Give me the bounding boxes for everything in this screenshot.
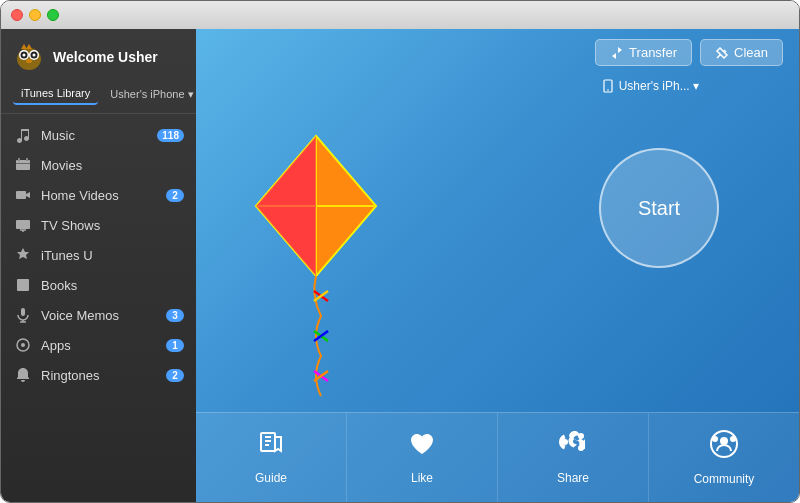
svg-marker-37 [256, 136, 316, 206]
svg-marker-15 [26, 192, 30, 198]
sidebar-item-movies[interactable]: Movies [1, 150, 196, 180]
svg-rect-10 [16, 160, 30, 170]
sidebar-item-apps[interactable]: Apps 1 [1, 330, 196, 360]
community-item[interactable]: Community [649, 413, 799, 502]
home-videos-icon [13, 187, 33, 203]
ringtones-label: Ringtones [41, 368, 166, 383]
music-badge: 118 [157, 129, 184, 142]
home-videos-label: Home Videos [41, 188, 166, 203]
svg-point-27 [21, 343, 25, 347]
app-branding: Welcome Usher [13, 41, 184, 73]
voice-memos-icon [13, 307, 33, 323]
voice-memos-badge: 3 [166, 309, 184, 322]
svg-point-47 [578, 445, 584, 451]
share-label: Share [557, 471, 589, 485]
sidebar-item-books[interactable]: Books [1, 270, 196, 300]
movies-label: Movies [41, 158, 184, 173]
main-content: Welcome Usher iTunes Library Usher's iPh… [1, 29, 799, 502]
start-label: Start [638, 197, 680, 220]
owl-icon [13, 41, 45, 73]
sidebar-item-home-videos[interactable]: Home Videos 2 [1, 180, 196, 210]
apps-badge: 1 [166, 339, 184, 352]
books-label: Books [41, 278, 184, 293]
tv-icon [13, 217, 33, 233]
ringtones-badge: 2 [166, 369, 184, 382]
clean-icon [715, 46, 729, 60]
svg-point-48 [562, 439, 568, 445]
sidebar-item-tv-shows[interactable]: TV Shows [1, 210, 196, 240]
start-button-container: Start [599, 148, 719, 268]
svg-marker-35 [316, 136, 376, 206]
clean-label: Clean [734, 45, 768, 60]
sidebar-header: Welcome Usher iTunes Library Usher's iPh… [1, 29, 196, 114]
sidebar-item-ringtones[interactable]: Ringtones 2 [1, 360, 196, 390]
svg-rect-22 [19, 286, 24, 287]
svg-rect-23 [21, 308, 25, 316]
start-button[interactable]: Start [599, 148, 719, 268]
svg-rect-21 [19, 284, 27, 285]
transfer-icon [610, 46, 624, 60]
share-item[interactable]: Share [498, 413, 649, 502]
tab-itunes-library[interactable]: iTunes Library [13, 83, 98, 105]
right-panel: Transfer Clean Usher's iPh... ▾ [196, 29, 799, 502]
svg-point-9 [26, 59, 32, 63]
close-button[interactable] [11, 9, 23, 21]
app-title: Welcome Usher [53, 49, 158, 65]
device-tab-label: Usher's iPhone ▾ [110, 88, 193, 101]
content-area: Start [196, 76, 799, 412]
itunes-u-icon [13, 247, 33, 263]
svg-point-50 [720, 437, 728, 445]
transfer-button[interactable]: Transfer [595, 39, 692, 66]
svg-marker-36 [256, 206, 316, 276]
minimize-button[interactable] [29, 9, 41, 21]
svg-marker-8 [21, 44, 27, 49]
music-icon [13, 127, 33, 143]
apps-icon [13, 337, 33, 353]
traffic-lights [11, 9, 59, 21]
titlebar [1, 1, 799, 29]
tv-shows-label: TV Shows [41, 218, 184, 233]
svg-point-6 [33, 54, 36, 57]
sidebar-item-voice-memos[interactable]: Voice Memos 3 [1, 300, 196, 330]
svg-marker-7 [26, 44, 32, 49]
community-icon [709, 429, 739, 466]
share-icon [559, 430, 587, 465]
clean-button[interactable]: Clean [700, 39, 783, 66]
svg-point-46 [578, 433, 584, 439]
home-videos-badge: 2 [166, 189, 184, 202]
music-label: Music [41, 128, 157, 143]
svg-rect-16 [16, 220, 30, 229]
apps-label: Apps [41, 338, 166, 353]
ringtones-icon [13, 367, 33, 383]
books-icon [13, 277, 33, 293]
voice-memos-label: Voice Memos [41, 308, 166, 323]
svg-rect-13 [16, 163, 30, 164]
guide-label: Guide [255, 471, 287, 485]
sidebar-nav: Music 118 Movies Home Videos 2 [1, 114, 196, 502]
tab-device[interactable]: Usher's iPhone ▾ [102, 83, 196, 105]
movies-icon [13, 157, 33, 173]
app-window: Welcome Usher iTunes Library Usher's iPh… [0, 0, 800, 503]
itunes-u-label: iTunes U [41, 248, 184, 263]
svg-point-51 [730, 436, 736, 442]
sidebar-item-itunes-u[interactable]: iTunes U [1, 240, 196, 270]
svg-point-52 [712, 436, 718, 442]
svg-point-5 [23, 54, 26, 57]
sidebar: Welcome Usher iTunes Library Usher's iPh… [1, 29, 196, 502]
toolbar: Transfer Clean [196, 29, 799, 76]
svg-rect-11 [18, 158, 20, 161]
svg-rect-20 [19, 282, 27, 283]
svg-rect-14 [16, 191, 26, 199]
maximize-button[interactable] [47, 9, 59, 21]
kite-svg [226, 116, 406, 416]
svg-marker-38 [316, 206, 376, 276]
sidebar-item-music[interactable]: Music 118 [1, 120, 196, 150]
kite-decoration [226, 116, 426, 436]
transfer-label: Transfer [629, 45, 677, 60]
tab-bar: iTunes Library Usher's iPhone ▾ [13, 83, 184, 105]
community-label: Community [694, 472, 755, 486]
svg-rect-12 [26, 158, 28, 161]
like-label: Like [411, 471, 433, 485]
